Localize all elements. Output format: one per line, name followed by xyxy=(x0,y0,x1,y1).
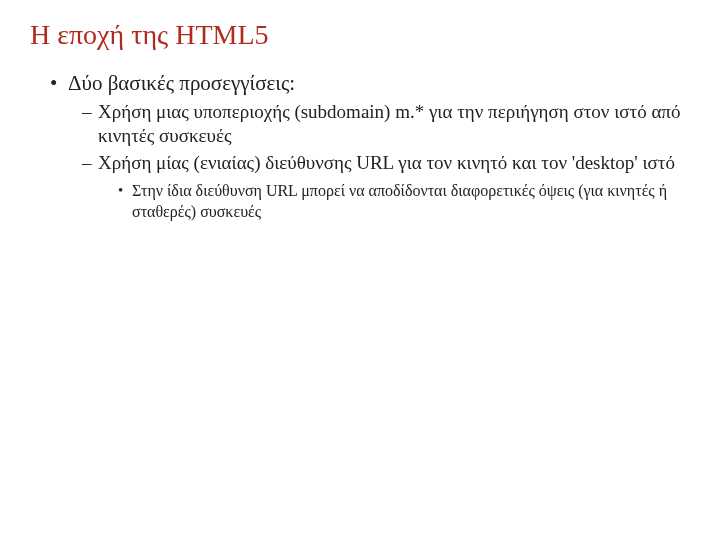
bullet-l2-0: Χρήση μιας υποπεριοχής (subdomain) m.* γ… xyxy=(82,100,690,148)
slide-title: Η εποχή της HTML5 xyxy=(30,18,690,52)
slide: Η εποχή της HTML5 Δύο βασικές προσεγγίσε… xyxy=(0,0,720,540)
bullet-list-level3: Στην ίδια διεύθυνση URL μπορεί να αποδίδ… xyxy=(98,181,690,223)
bullet-l3-0: Στην ίδια διεύθυνση URL μπορεί να αποδίδ… xyxy=(118,181,690,223)
bullet-list-level2: Χρήση μιας υποπεριοχής (subdomain) m.* γ… xyxy=(68,100,690,223)
bullet-l2-0-text: Χρήση μιας υποπεριοχής (subdomain) m.* γ… xyxy=(98,101,680,146)
bullet-l2-1-text: Χρήση μίας (ενιαίας) διεύθυνσης URL για … xyxy=(98,152,675,173)
bullet-l3-0-text: Στην ίδια διεύθυνση URL μπορεί να αποδίδ… xyxy=(132,182,667,220)
bullet-l1-0-text: Δύο βασικές προσεγγίσεις: xyxy=(68,71,295,95)
bullet-list-level1: Δύο βασικές προσεγγίσεις: Χρήση μιας υπο… xyxy=(30,70,690,223)
bullet-l1-0: Δύο βασικές προσεγγίσεις: Χρήση μιας υπο… xyxy=(50,70,690,223)
bullet-l2-1: Χρήση μίας (ενιαίας) διεύθυνσης URL για … xyxy=(82,151,690,222)
